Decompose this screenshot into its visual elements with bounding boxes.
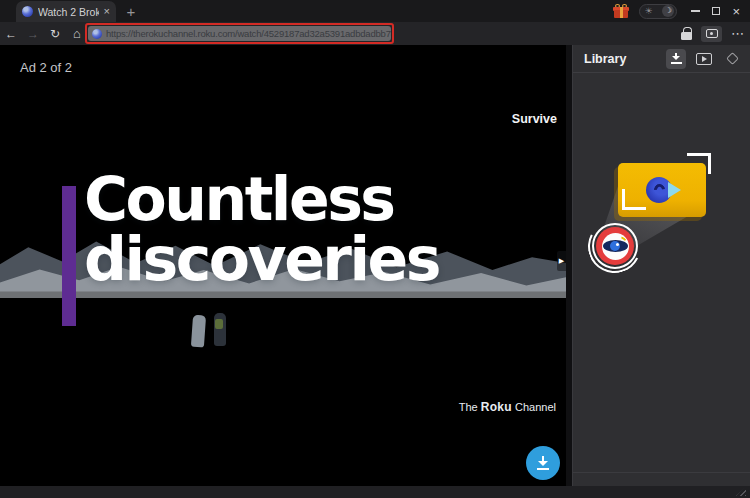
url-highlight-box: https://therokuchannel.roku.com/watch/45… bbox=[85, 23, 394, 44]
titlebar-controls: ☀ ☽ × bbox=[613, 0, 746, 22]
new-tab-button[interactable]: + bbox=[122, 2, 140, 20]
headline-line-2: discoveries bbox=[84, 229, 439, 289]
capture-frame-bracket bbox=[622, 189, 646, 210]
window-buttons: × bbox=[691, 5, 746, 18]
app-window: Watch 2 Broke Girls - × + ☀ ☽ × ← → ↻ bbox=[0, 0, 750, 498]
resize-grip[interactable] bbox=[736, 487, 746, 496]
url-text[interactable]: https://therokuchannel.roku.com/watch/45… bbox=[106, 28, 391, 39]
dark-mode-icon[interactable]: ☽ bbox=[662, 5, 674, 17]
library-tab-icons bbox=[666, 49, 742, 69]
theme-toggle[interactable]: ☀ ☽ bbox=[639, 4, 677, 19]
browser-tab[interactable]: Watch 2 Broke Girls - × bbox=[16, 1, 116, 22]
main-content: Ad 2 of 2 Survive Countless discoveries … bbox=[0, 45, 750, 486]
ad-counter-label: Ad 2 of 2 bbox=[20, 60, 72, 75]
download-icon bbox=[536, 456, 550, 470]
ad-title-badge: Survive bbox=[512, 112, 557, 126]
videos-tab-button[interactable] bbox=[694, 49, 714, 69]
video-camera-logo-icon bbox=[642, 177, 682, 203]
video-player[interactable]: Survive Countless discoveries The Roku C… bbox=[0, 103, 566, 428]
library-title: Library bbox=[584, 52, 666, 66]
download-fab-button[interactable] bbox=[526, 446, 560, 480]
gift-promo-icon[interactable] bbox=[613, 4, 629, 19]
reload-button[interactable]: ↻ bbox=[44, 27, 66, 41]
more-menu-button[interactable]: ⋯ bbox=[731, 27, 744, 40]
downloads-tab-button[interactable] bbox=[666, 49, 686, 69]
minimize-button[interactable] bbox=[691, 10, 700, 12]
detector-eye-icon bbox=[592, 223, 638, 269]
library-panel: Library bbox=[572, 45, 750, 486]
light-mode-icon[interactable]: ☀ bbox=[642, 7, 652, 16]
panel-divider bbox=[573, 472, 750, 473]
camera-icon bbox=[706, 29, 718, 38]
converter-tab-button[interactable] bbox=[722, 49, 742, 69]
headline-line-1: Countless bbox=[84, 169, 439, 229]
address-bar[interactable]: https://therokuchannel.roku.com/watch/45… bbox=[88, 26, 391, 41]
close-window-button[interactable]: × bbox=[732, 5, 740, 18]
panel-expand-arrow-icon[interactable]: ▶ bbox=[557, 251, 566, 271]
headline-accent-bar bbox=[62, 186, 76, 326]
video-capture-button[interactable] bbox=[701, 26, 722, 42]
hiker-figure bbox=[214, 313, 226, 346]
password-lock-icon[interactable] bbox=[681, 27, 692, 40]
hiker-figure bbox=[191, 315, 206, 348]
converter-icon bbox=[726, 52, 739, 65]
browser-viewport: Ad 2 of 2 Survive Countless discoveries … bbox=[0, 45, 566, 486]
status-bar bbox=[0, 486, 750, 498]
navbar-right-tools: ⋯ bbox=[681, 22, 744, 45]
roku-favicon-icon bbox=[22, 6, 33, 17]
library-empty-state-illustration bbox=[583, 150, 733, 280]
tab-bar: Watch 2 Broke Girls - × + ☀ ☽ × bbox=[0, 0, 750, 22]
download-icon bbox=[671, 53, 682, 64]
navigation-bar: ← → ↻ ⌂ https://therokuchannel.roku.com/… bbox=[0, 22, 750, 45]
forward-button[interactable]: → bbox=[22, 27, 44, 41]
capture-frame-bracket bbox=[687, 153, 711, 174]
tab-title: Watch 2 Broke Girls - bbox=[38, 6, 99, 18]
tab-close-icon[interactable]: × bbox=[104, 6, 110, 17]
site-favicon-icon bbox=[92, 29, 102, 39]
roku-channel-watermark: The Roku Channel bbox=[459, 400, 556, 414]
library-header: Library bbox=[573, 45, 750, 73]
maximize-button[interactable] bbox=[712, 7, 720, 15]
back-button[interactable]: ← bbox=[0, 27, 22, 41]
ad-headline: Countless discoveries bbox=[84, 169, 439, 289]
video-icon bbox=[696, 53, 712, 65]
